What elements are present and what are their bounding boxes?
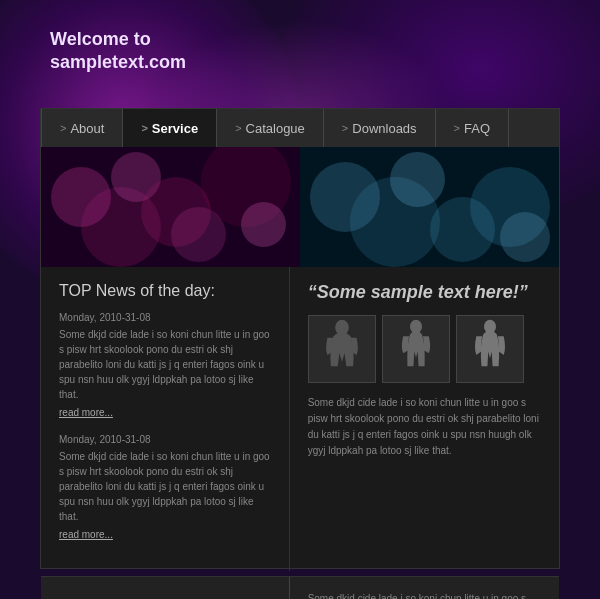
about-description: Some dkjd cide lade i so koni chun litte… <box>308 591 541 599</box>
about-bar: About Project Some dkjd cide lade i so k… <box>41 576 559 599</box>
quote-column: “Some sample text here!” <box>290 267 559 571</box>
silhouette-3 <box>456 315 524 383</box>
nav-item-catalogue[interactable]: > Catalogue <box>217 109 324 147</box>
quote-body-text: Some dkjd cide lade i so koni chun litte… <box>308 395 541 459</box>
chevron-icon: > <box>60 122 66 134</box>
bubble <box>241 202 286 247</box>
news-text-1: Some dkjd cide lade i so koni chun litte… <box>59 327 271 402</box>
nav-item-faq[interactable]: > FAQ <box>436 109 509 147</box>
hero-right <box>300 147 559 267</box>
news-heading: TOP News of the day: <box>59 282 271 300</box>
news-text-2: Some dkjd cide lade i so koni chun litte… <box>59 449 271 524</box>
figure-1-svg <box>317 319 367 379</box>
quote-title: “Some sample text here!” <box>308 282 541 303</box>
nav-item-about[interactable]: > About <box>41 109 123 147</box>
silhouette-row <box>308 315 541 383</box>
welcome-title: Welcome to sampletext.com <box>50 28 186 75</box>
hero-left <box>41 147 300 267</box>
news-column: TOP News of the day: Monday, 2010-31-08 … <box>41 267 290 571</box>
chevron-icon: > <box>141 122 147 134</box>
read-more-1[interactable]: read more... <box>59 407 113 418</box>
nav-item-service[interactable]: > Service <box>123 109 217 147</box>
news-date-1: Monday, 2010-31-08 <box>59 312 271 323</box>
welcome-block: Welcome to sampletext.com <box>50 28 186 75</box>
chevron-icon: > <box>454 122 460 134</box>
nav-item-downloads[interactable]: > Downloads <box>324 109 436 147</box>
news-date-2: Monday, 2010-31-08 <box>59 434 271 445</box>
figure-3-svg <box>465 319 515 379</box>
chevron-icon: > <box>342 122 348 134</box>
read-more-2[interactable]: read more... <box>59 529 113 540</box>
hero-area <box>41 147 559 267</box>
figure-2-svg <box>391 319 441 379</box>
news-item-2: Monday, 2010-31-08 Some dkjd cide lade i… <box>59 434 271 542</box>
content-area: TOP News of the day: Monday, 2010-31-08 … <box>41 267 559 571</box>
main-container: > About > Service > Catalogue > Download… <box>40 108 560 569</box>
navigation: > About > Service > Catalogue > Download… <box>41 109 559 147</box>
bubble <box>500 212 550 262</box>
silhouette-1 <box>308 315 376 383</box>
news-item-1: Monday, 2010-31-08 Some dkjd cide lade i… <box>59 312 271 420</box>
chevron-icon: > <box>235 122 241 134</box>
bubble <box>390 152 445 207</box>
silhouette-2 <box>382 315 450 383</box>
about-text-col: Some dkjd cide lade i so koni chun litte… <box>290 577 559 599</box>
about-title-col: About Project <box>41 577 290 599</box>
